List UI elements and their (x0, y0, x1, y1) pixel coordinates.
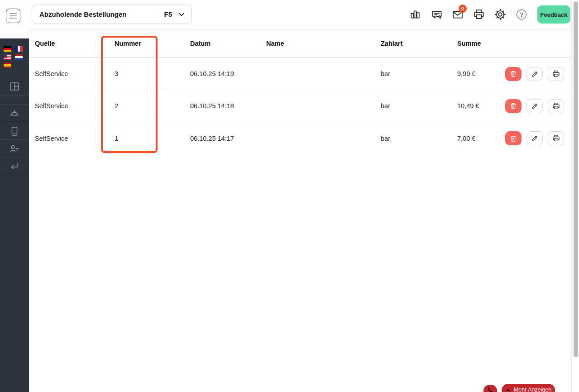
cell-zahlart: bar (381, 102, 457, 110)
printer-icon (552, 134, 560, 143)
pencil-icon (531, 102, 539, 110)
cell-datum: 06.10.25 14:18 (190, 102, 266, 110)
delete-button[interactable] (505, 131, 522, 145)
delete-button[interactable] (505, 99, 522, 113)
delete-button[interactable] (505, 67, 522, 81)
trash-icon (509, 102, 517, 110)
statistics-button[interactable] (408, 8, 422, 21)
column-header-name[interactable]: Name (266, 40, 381, 47)
cell-zahlart: bar (381, 135, 457, 142)
sidebar-item-gastronomy[interactable] (5, 105, 24, 122)
cell-quelle: SelfService (35, 135, 115, 142)
sidebar-item-logout[interactable] (5, 158, 24, 175)
sidebar-separator (0, 96, 29, 96)
phone-call-button[interactable] (483, 385, 497, 392)
table-row: SelfService 3 06.10.25 14:19 bar 9,99 € (29, 58, 571, 90)
column-header-nummer[interactable]: Nummer (115, 40, 190, 47)
row-actions (505, 131, 571, 145)
cell-nummer: 1 (115, 135, 190, 142)
pencil-icon (531, 134, 539, 142)
show-more-button[interactable]: Mehr Anzeigen (502, 384, 555, 392)
reviews-button[interactable] (430, 8, 443, 21)
table-header: Quelle Nummer Datum Name Zahlart Summe (29, 29, 571, 58)
column-header-summe[interactable]: Summe (457, 40, 505, 47)
mail-badge: 0 (459, 5, 467, 13)
cell-summe: 9,99 € (457, 70, 505, 77)
french-flag-icon[interactable] (15, 46, 23, 52)
tables-layout-icon (9, 81, 20, 92)
cell-quelle: SelfService (35, 102, 115, 110)
cell-quelle: SelfService (35, 70, 115, 77)
column-header-quelle[interactable]: Quelle (35, 40, 115, 47)
printer-icon (473, 8, 485, 21)
cell-summe: 7,00 € (457, 135, 505, 142)
topbar: Abzuholende Bestellungen F5 (29, 0, 579, 29)
row-actions (505, 67, 571, 81)
row-actions (505, 99, 571, 113)
trash-icon (509, 70, 517, 78)
sidebar-item-mobile[interactable] (5, 122, 24, 140)
table-row: SelfService 2 06.10.25 14:18 bar 10,49 € (29, 90, 571, 122)
edit-button[interactable] (526, 131, 543, 145)
main-content: Abzuholende Bestellungen F5 (29, 0, 579, 392)
print-row-button[interactable] (548, 67, 564, 81)
content-right-edge (571, 0, 572, 392)
logout-arrow-icon (9, 161, 20, 172)
german-flag-icon[interactable] (4, 46, 11, 52)
print-button[interactable] (472, 8, 486, 21)
feedback-button[interactable]: Feedback (537, 5, 570, 24)
printer-icon (552, 102, 560, 110)
trash-icon (509, 134, 517, 143)
edit-button[interactable] (526, 67, 543, 81)
printer-icon (552, 70, 560, 78)
print-row-button[interactable] (548, 131, 564, 145)
review-comment-icon (431, 9, 443, 21)
column-header-zahlart[interactable]: Zahlart (381, 40, 457, 47)
spanish-flag-icon[interactable] (4, 62, 11, 68)
customer-list-icon (9, 143, 20, 154)
dutch-flag-icon[interactable] (15, 54, 23, 60)
bar-chart-icon (409, 9, 421, 20)
vertical-scrollbar[interactable] (574, 1, 578, 357)
gear-icon (494, 8, 507, 21)
chevron-up-icon (505, 387, 511, 392)
sidebar-top (0, 0, 29, 38)
help-icon: ? (517, 10, 526, 19)
language-switcher (4, 46, 23, 68)
menu-toggle-button[interactable] (6, 9, 20, 23)
cell-summe: 10,49 € (457, 102, 505, 110)
us-flag-icon[interactable] (4, 54, 11, 60)
hamburger-icon (10, 13, 17, 14)
cell-datum: 06.10.25 14:17 (190, 135, 266, 142)
chevron-down-icon (177, 10, 186, 19)
mobile-device-icon (9, 126, 20, 137)
sidebar-body (0, 38, 29, 392)
view-selector-label: Abzuholende Bestellungen (39, 10, 164, 18)
sidebar (0, 0, 29, 392)
phone-icon (487, 387, 494, 392)
column-header-datum[interactable]: Datum (190, 40, 266, 47)
cell-datum: 06.10.25 14:19 (190, 70, 266, 77)
settings-button[interactable] (493, 8, 507, 21)
app-window: Abzuholende Bestellungen F5 (0, 0, 579, 392)
cell-zahlart: bar (381, 70, 457, 77)
cell-nummer: 3 (115, 70, 190, 77)
table-row: SelfService 1 06.10.25 14:17 bar 7,00 € (29, 122, 571, 154)
sidebar-item-tables[interactable] (5, 77, 24, 95)
sidebar-separator (0, 175, 29, 175)
help-button[interactable]: ? (515, 8, 528, 21)
view-selector-shortcut: F5 (164, 10, 172, 18)
pencil-icon (531, 70, 539, 78)
edit-button[interactable] (526, 99, 543, 113)
print-row-button[interactable] (548, 99, 564, 113)
cell-nummer: 2 (115, 102, 190, 110)
view-selector-dropdown[interactable]: Abzuholende Bestellungen F5 (32, 5, 192, 24)
show-more-label: Mehr Anzeigen (514, 387, 551, 392)
sidebar-item-customers[interactable] (5, 140, 24, 158)
cloche-icon (9, 108, 20, 119)
